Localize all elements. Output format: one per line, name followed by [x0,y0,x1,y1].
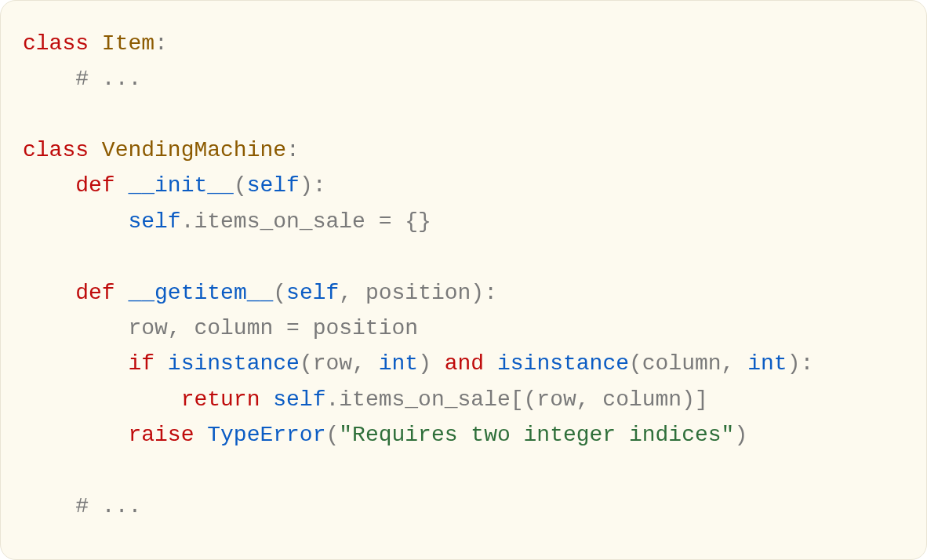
code-block: class Item: # ... class VendingMachine: … [23,26,904,524]
code-token-kw: return [181,387,260,412]
code-token-name: row, column = position [128,316,418,340]
code-token-bltn: int [379,351,418,376]
code-block-card: class Item: # ... class VendingMachine: … [0,0,927,560]
code-token-name: ( [325,423,339,447]
code-token-punc: ( [273,281,286,305]
code-token-self: self [286,281,339,305]
code-token-name: ): [787,351,814,376]
code-token-name: ) [418,351,445,376]
code-token-cls: VendingMachine [102,138,286,162]
code-token-cmt: # ... [75,494,141,518]
code-token-fn: __getitem__ [128,281,273,305]
code-token-def: def [75,173,115,198]
code-token-punc: : [154,31,168,56]
code-token-str: "Requires two integer indices" [339,423,734,447]
code-token-name: , position): [339,281,497,305]
code-token-kw: and [445,351,484,376]
code-token-kw: class [23,138,89,162]
code-token-bltn: isinstance [168,351,300,376]
code-token-name: (column, [629,351,747,376]
code-token-punc: ): [300,173,326,198]
code-token-kw: class [23,31,89,56]
code-token-kw: if [128,351,154,376]
code-token-bltn: isinstance [497,351,629,376]
code-token-self: self [247,173,300,198]
code-token-bltn: int [747,351,787,376]
code-token-def: def [75,281,115,305]
code-token-kw: raise [128,423,194,447]
code-token-self: self [128,209,180,234]
code-token-cls: Item [102,31,154,56]
code-token-self: self [273,387,325,412]
code-token-cmt: # ... [75,67,141,91]
code-token-name: (row, [300,351,379,376]
code-token-punc: ( [234,173,247,198]
code-token-name: ) [734,423,747,447]
code-token-name: .items_on_sale[(row, column)] [326,387,708,412]
code-token-fn: __init__ [128,173,233,198]
code-token-name: .items_on_sale = {} [181,209,431,234]
code-token-punc: : [286,138,300,162]
code-token-bltn: TypeError [207,423,325,447]
